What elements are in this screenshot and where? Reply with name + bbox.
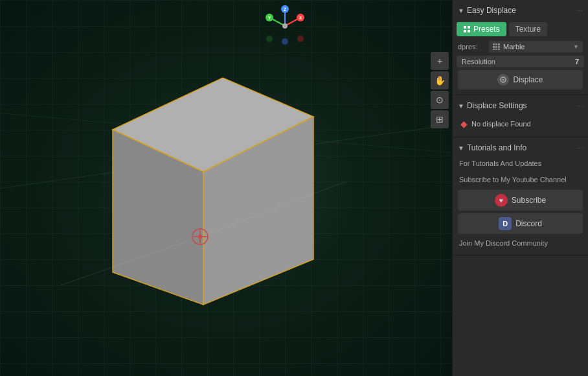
subscribe-channel-text: Subscribe to My Youtube Channel — [453, 172, 588, 188]
svg-rect-29 — [493, 46, 495, 48]
preset-value: Marble — [503, 43, 525, 51]
displace-settings-header[interactable]: ▼ Displace Settings ⋯ — [453, 98, 588, 113]
svg-rect-30 — [495, 46, 497, 48]
tutorials-menu-dots[interactable]: ⋯ — [576, 145, 583, 152]
svg-rect-24 — [464, 30, 466, 32]
displace-button[interactable]: Displace — [458, 70, 583, 89]
no-displace-row: ◆ No displace Found — [453, 113, 588, 134]
tutorials-header[interactable]: ▼ Tutorials and Info ⋯ — [453, 140, 588, 156]
displace-settings-title: Displace Settings — [467, 101, 527, 110]
easy-displace-title: Easy Displace — [467, 6, 516, 15]
camera-tool-icon[interactable]: ⊙ — [431, 91, 449, 109]
svg-rect-34 — [498, 49, 500, 50]
tutorials-chevron: ▼ — [458, 145, 464, 152]
resolution-value: 7 — [575, 58, 579, 65]
section-menu-dots[interactable]: ⋯ — [576, 7, 583, 14]
svg-rect-25 — [468, 30, 470, 32]
svg-rect-27 — [495, 43, 497, 45]
for-tutorials-text: For Tutorials And Updates — [453, 156, 588, 172]
preset-dropdown[interactable]: Marble ▼ — [489, 41, 583, 53]
svg-rect-23 — [468, 26, 470, 29]
easy-displace-header[interactable]: ▼ Easy Displace ⋯ — [453, 3, 588, 18]
displace-button-icon — [497, 74, 509, 86]
svg-point-20 — [297, 36, 304, 42]
texture-tab[interactable]: Texture — [509, 22, 547, 36]
svg-text:X: X — [299, 16, 302, 20]
3d-viewport[interactable]: Z X Y + ✋ ⊙ ⊞ — [0, 0, 452, 376]
svg-point-18 — [282, 23, 288, 29]
displace-button-label: Displace — [513, 75, 543, 84]
3d-cube — [61, 52, 346, 324]
add-tool-icon[interactable]: + — [431, 52, 449, 70]
right-panel: ▼ Easy Displace ⋯ Presets Texture d — [452, 0, 588, 376]
resolution-row[interactable]: Resolution 7 — [457, 56, 584, 67]
svg-rect-31 — [498, 46, 500, 48]
svg-rect-33 — [495, 49, 497, 50]
lattice-tool-icon[interactable]: ⊞ — [431, 110, 449, 128]
resolution-label: Resolution — [462, 58, 495, 65]
easy-displace-section: ▼ Easy Displace ⋯ Presets Texture d — [453, 0, 588, 95]
tutorials-section: ▼ Tutorials and Info ⋯ For Tutorials And… — [453, 137, 588, 255]
svg-point-21 — [266, 36, 273, 42]
svg-rect-22 — [464, 26, 466, 29]
diamond-icon: ◆ — [460, 119, 468, 129]
svg-rect-26 — [493, 43, 495, 45]
presets-tab[interactable]: Presets — [457, 22, 506, 36]
svg-text:Y: Y — [268, 16, 271, 20]
discord-icon: D — [499, 217, 512, 230]
gear-icon — [499, 76, 507, 84]
chevron-icon: ▼ — [458, 7, 464, 14]
grab-tool-icon[interactable]: ✋ — [431, 71, 449, 89]
discord-button[interactable]: D Discord — [458, 213, 583, 234]
svg-rect-32 — [493, 49, 495, 50]
svg-rect-28 — [498, 43, 500, 45]
viewport-toolbar: + ✋ ⊙ ⊞ — [431, 52, 449, 128]
preset-label: dpres: — [458, 43, 485, 51]
presets-icon — [463, 25, 471, 33]
svg-point-36 — [503, 79, 504, 81]
displace-settings-section: ▼ Displace Settings ⋯ ◆ No displace Foun… — [453, 95, 588, 137]
displace-settings-chevron: ▼ — [458, 102, 464, 110]
tutorials-title: Tutorials and Info — [467, 143, 526, 152]
no-displace-text: No displace Found — [471, 120, 531, 128]
preset-row: dpres: Marble ▼ — [453, 39, 588, 54]
texture-tab-label: Texture — [515, 25, 541, 34]
tabs-row: Presets Texture — [453, 18, 588, 39]
svg-text:Z: Z — [284, 7, 287, 12]
displace-settings-menu-dots[interactable]: ⋯ — [576, 102, 583, 110]
subscribe-button-label: Subscribe — [512, 196, 546, 205]
subscribe-button[interactable]: ♥ Subscribe — [458, 190, 583, 211]
dropdown-arrow: ▼ — [573, 43, 579, 50]
discord-button-label: Discord — [515, 219, 542, 228]
join-discord-text: Join My Discord Community — [453, 237, 588, 252]
grid-dropdown-icon — [493, 43, 501, 50]
svg-point-19 — [282, 38, 288, 45]
presets-tab-label: Presets — [473, 25, 500, 34]
heart-icon: ♥ — [495, 194, 508, 207]
viewport-gizmo[interactable]: Z X Y — [264, 5, 306, 47]
